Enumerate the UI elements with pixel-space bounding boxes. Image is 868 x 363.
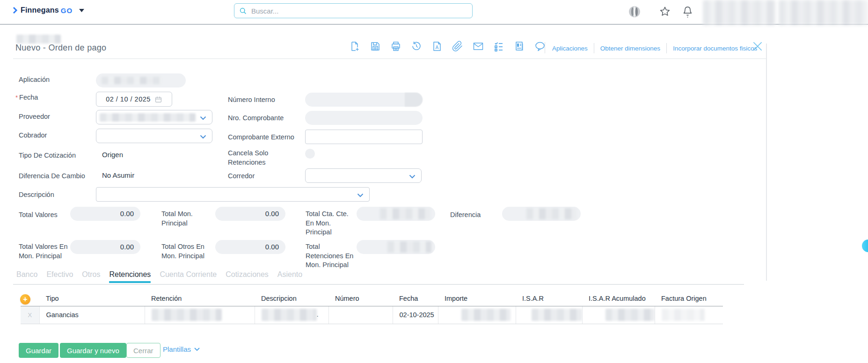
cerrar-button[interactable]: Cerrar [126, 343, 160, 358]
guardar-button[interactable]: Guardar [19, 343, 58, 358]
redacted-user-info [703, 0, 776, 25]
proveedor-select[interactable] [96, 110, 212, 124]
logo-chevron-icon [12, 7, 19, 14]
fecha-value: 02 / 10 / 2025 [106, 95, 151, 103]
cobrador-select[interactable] [96, 129, 212, 143]
tab-efectivo[interactable]: Efectivo [46, 270, 73, 283]
chevron-down-icon [200, 135, 206, 139]
redacted-factura-origen [662, 309, 705, 321]
floating-action-button[interactable] [862, 240, 868, 252]
print-icon[interactable] [390, 40, 402, 52]
bell-icon[interactable] [681, 5, 694, 21]
redacted-retencion [152, 309, 222, 321]
total-mon-principal-field: 0.00 [215, 207, 285, 221]
cell-fecha[interactable]: 02-10-2025 [393, 306, 438, 324]
attachment-icon[interactable] [452, 40, 464, 52]
cobrador-label: Cobrador [19, 131, 47, 140]
aplicaciones-link[interactable]: Aplicaciones [552, 45, 588, 52]
col-importe: Importe [438, 293, 516, 306]
redacted-isar [532, 309, 582, 321]
global-search[interactable] [234, 3, 473, 18]
search-input[interactable] [251, 7, 467, 15]
redacted-numero-interno-value [405, 93, 423, 107]
app-logo[interactable]: Finnegans GO [12, 6, 84, 15]
caret-down-icon [79, 9, 84, 12]
top-navigation-bar: Finnegans GO [0, 0, 868, 25]
cell-importe[interactable] [438, 306, 516, 324]
total-mon-principal-value: 0.00 [215, 207, 285, 221]
new-document-icon[interactable] [349, 40, 361, 52]
star-icon[interactable] [659, 6, 671, 20]
numero-interno-label: Número Interno [228, 95, 275, 105]
redacted-proveedor-value [100, 113, 196, 122]
search-icon [239, 7, 247, 15]
chevron-down-icon [194, 348, 200, 351]
cell-isar[interactable] [516, 306, 582, 324]
title-divider [13, 58, 766, 59]
delete-row-button[interactable]: X [21, 312, 39, 319]
retenciones-table: Tipo Retención Descripcion Número Fecha … [21, 293, 723, 324]
brand-suffix: GO [61, 7, 73, 15]
guardar-y-nuevo-button[interactable]: Guardar y nuevo [60, 343, 126, 358]
total-valores-field: 0.00 [70, 207, 140, 221]
toolbar-links: Aplicaciones Obtener dimensiones Incorpo… [552, 43, 757, 53]
col-isar-acumulado: I.S.A.R Acumulado [582, 293, 655, 306]
close-icon[interactable] [751, 40, 764, 53]
history-icon[interactable] [410, 40, 423, 52]
chevron-down-icon [200, 116, 206, 120]
redacted-isar-acumulado [605, 309, 655, 321]
corredor-select[interactable] [305, 168, 422, 183]
diferencia-cambio-label: Diferencia De Cambio [19, 172, 85, 181]
chevron-down-icon [357, 193, 364, 197]
tab-retenciones[interactable]: Retenciones [109, 270, 151, 283]
redacted-importe [461, 309, 511, 321]
diferencia-label: Diferencia [450, 211, 481, 220]
add-row-button[interactable]: + [20, 294, 30, 305]
cell-descripcion[interactable]: . [255, 306, 328, 324]
comprobante-externo-input[interactable] [305, 130, 423, 144]
descripcion-suffix: . [317, 311, 319, 318]
document-toolbar: A [349, 40, 546, 52]
total-cta-cte-field [357, 207, 435, 221]
corredor-label: Corredor [228, 172, 255, 181]
tab-banco[interactable]: Banco [16, 270, 37, 283]
tab-cuenta-corriente[interactable]: Cuenta Corriente [160, 270, 217, 283]
panel-divider [766, 44, 767, 281]
plantillas-label: Plantillas [163, 345, 191, 353]
calendar-icon[interactable] [154, 95, 162, 103]
page-title: Nuevo - Orden de pago [15, 43, 106, 53]
toolbar-divider [545, 42, 545, 53]
incorporar-documentos-link[interactable]: Incorporar documentos fisicos [673, 45, 757, 52]
cell-isar-acumulado[interactable] [582, 306, 655, 324]
descripcion-select[interactable] [96, 187, 370, 202]
link-divider [594, 43, 594, 53]
tab-otros[interactable]: Otros [82, 270, 100, 283]
font-document-icon[interactable]: A [431, 40, 443, 52]
table-header-row: Tipo Retención Descripcion Número Fecha … [21, 293, 723, 306]
checklist-icon[interactable] [493, 40, 505, 52]
total-cta-cte-label: Total Cta. Cte. En Mon. Principal [306, 210, 349, 237]
table-row[interactable]: X Ganancias . 02-10-2025 [21, 306, 723, 324]
total-mon-principal-label: Total Mon. Principal [161, 210, 204, 228]
cancela-solo-retenciones-label: Cancela Solo Retenciones [228, 149, 275, 167]
tab-asiento[interactable]: Asiento [277, 270, 302, 283]
plantillas-menu[interactable]: Plantillas [163, 345, 200, 353]
col-tipo: Tipo [39, 293, 145, 306]
report-icon[interactable] [513, 40, 525, 52]
descripcion-label: Descripción [19, 190, 54, 200]
tab-cotizaciones[interactable]: Cotizaciones [226, 270, 269, 283]
sphere-icon[interactable] [628, 5, 641, 20]
diferencia-cambio-value: No Asumir [102, 171, 134, 179]
required-marker: * [15, 94, 18, 101]
tabs-baseline [13, 284, 744, 285]
obtener-dimensiones-link[interactable]: Obtener dimensiones [600, 45, 660, 52]
cell-factura-origen[interactable] [655, 306, 723, 324]
cell-numero[interactable] [328, 306, 393, 324]
cell-retencion[interactable] [145, 306, 255, 324]
fecha-input[interactable]: 02 / 10 / 2025 [96, 92, 172, 107]
mail-icon[interactable] [472, 40, 484, 52]
tipo-cotizacion-value: Origen [102, 151, 123, 159]
save-icon[interactable] [369, 40, 381, 52]
cell-tipo[interactable]: Ganancias [39, 306, 145, 324]
total-retenciones-mon-label: Total Retenciones En Mon. Principal [306, 242, 355, 270]
